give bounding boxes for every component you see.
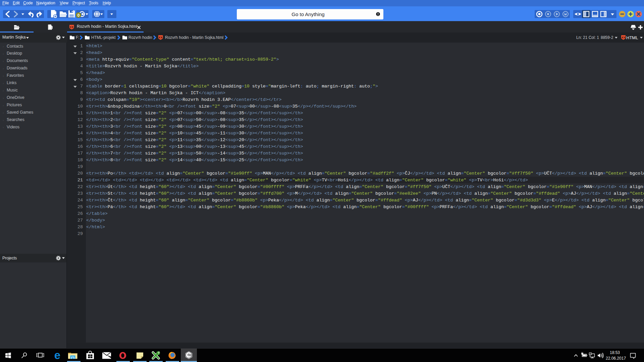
svg-text:e: e (54, 349, 60, 361)
svg-text:0: 0 (77, 13, 80, 18)
